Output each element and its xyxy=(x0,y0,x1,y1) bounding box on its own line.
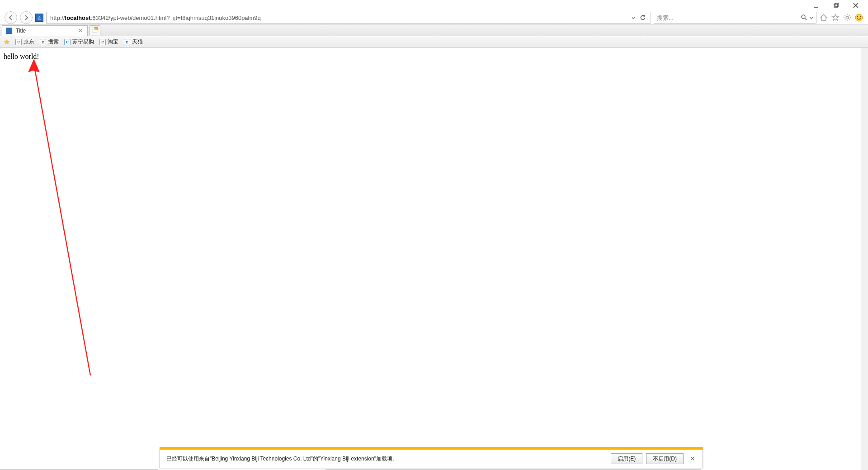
disable-button[interactable]: 不启用(D) xyxy=(646,453,684,464)
bookmark-label: 苏宁易购 xyxy=(72,38,94,46)
bookmark-item[interactable]: e 搜索 xyxy=(40,38,59,46)
page-body-text: hello world! xyxy=(4,52,39,60)
notification-message: 已经可以使用来自"Beijing Yinxiang Biji Technolog… xyxy=(166,455,607,463)
new-tab-button[interactable] xyxy=(90,25,100,35)
address-bar[interactable]: http://localhost:63342/ypt-web/demo01.ht… xyxy=(46,12,651,24)
refresh-button[interactable] xyxy=(639,14,647,22)
tab-active[interactable]: Title ✕ xyxy=(2,25,88,36)
url-rest: :63342/ypt-web/demo01.html?_ijt=t8iqhmsu… xyxy=(91,14,261,21)
svg-line-6 xyxy=(805,18,807,20)
bookmark-label: 淘宝 xyxy=(108,38,118,46)
svg-point-17 xyxy=(855,14,863,21)
bookmark-item[interactable]: e 天猫 xyxy=(124,38,143,46)
svg-rect-2 xyxy=(835,3,839,6)
svg-point-19 xyxy=(860,16,861,17)
bookmark-favicon: e xyxy=(40,39,46,45)
site-icon: ◎ xyxy=(35,14,43,22)
browser-toolbar: ◎ http://localhost:63342/ypt-web/demo01.… xyxy=(0,11,868,24)
svg-line-16 xyxy=(845,19,846,20)
search-icon[interactable] xyxy=(801,14,807,22)
svg-point-18 xyxy=(857,16,858,17)
search-box[interactable] xyxy=(654,12,816,24)
minimize-button[interactable] xyxy=(812,1,820,9)
bookmark-favicon: e xyxy=(15,39,22,45)
enable-button[interactable]: 启用(E) xyxy=(611,453,642,464)
svg-line-15 xyxy=(849,15,850,16)
tab-title: Title xyxy=(16,28,74,34)
bookmark-favicon: e xyxy=(64,39,71,45)
address-dropdown-icon[interactable] xyxy=(632,14,635,21)
svg-line-14 xyxy=(849,19,850,20)
notification-close-button[interactable]: ✕ xyxy=(687,455,698,462)
vertical-scrollbar[interactable] xyxy=(861,48,868,470)
smiley-icon[interactable] xyxy=(854,13,863,22)
maximize-button[interactable] xyxy=(832,1,840,9)
bookmark-label: 京东 xyxy=(24,38,34,46)
bookmark-favicon: e xyxy=(99,39,106,45)
bookmark-favicon: e xyxy=(124,39,130,45)
back-button[interactable] xyxy=(5,11,17,24)
bookmark-label: 天猫 xyxy=(132,38,143,46)
tab-strip: Title ✕ xyxy=(0,24,868,36)
svg-marker-7 xyxy=(832,14,839,20)
url-prefix: http:// xyxy=(50,14,65,21)
bookmark-label: 搜索 xyxy=(48,38,59,46)
home-icon[interactable] xyxy=(819,13,828,22)
svg-rect-1 xyxy=(834,4,838,7)
bookmark-item[interactable]: e 苏宁易购 xyxy=(64,38,94,46)
search-input[interactable] xyxy=(657,14,801,21)
bookmarks-bar: ★ e 京东 e 搜索 e 苏宁易购 e 淘宝 e 天猫 xyxy=(0,36,868,48)
bookmark-item[interactable]: e 京东 xyxy=(15,38,34,46)
svg-point-8 xyxy=(846,16,849,19)
tab-close-button[interactable]: ✕ xyxy=(77,28,84,34)
tab-favicon xyxy=(6,28,12,34)
svg-point-5 xyxy=(802,15,805,19)
favorites-icon[interactable] xyxy=(831,13,840,22)
window-controls xyxy=(0,0,868,11)
search-dropdown-icon[interactable] xyxy=(810,14,813,21)
url-text: http://localhost:63342/ypt-web/demo01.ht… xyxy=(50,14,632,21)
forward-button[interactable] xyxy=(20,11,33,24)
new-tab-icon xyxy=(93,28,97,33)
bookmark-item[interactable]: e 淘宝 xyxy=(99,38,118,46)
extension-notification: 已经可以使用来自"Beijing Yinxiang Biji Technolog… xyxy=(160,447,703,468)
url-host: localhost xyxy=(65,14,91,21)
close-window-button[interactable] xyxy=(852,1,860,9)
add-favorite-icon[interactable]: ★ xyxy=(4,38,10,46)
page-viewport: hello world! xyxy=(0,48,868,470)
settings-icon[interactable] xyxy=(843,13,852,22)
svg-line-13 xyxy=(845,15,846,16)
